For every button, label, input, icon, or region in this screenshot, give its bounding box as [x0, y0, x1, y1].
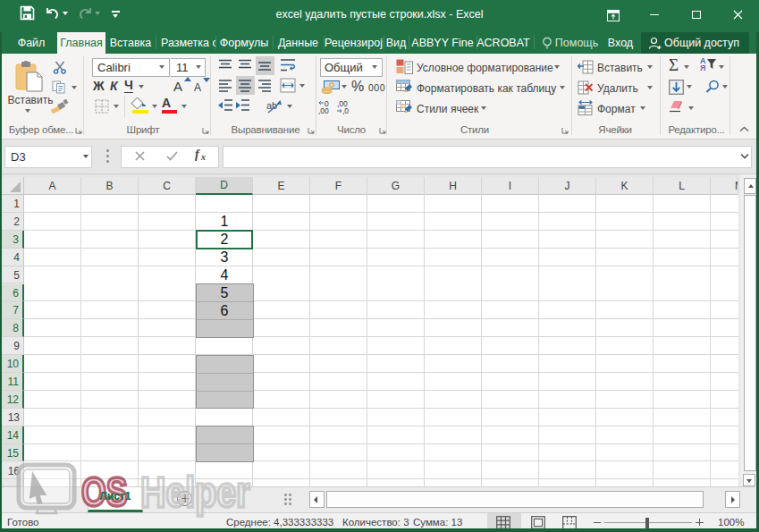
- svg-text:,00: ,00: [318, 106, 329, 115]
- svg-text:,0: ,0: [342, 106, 349, 115]
